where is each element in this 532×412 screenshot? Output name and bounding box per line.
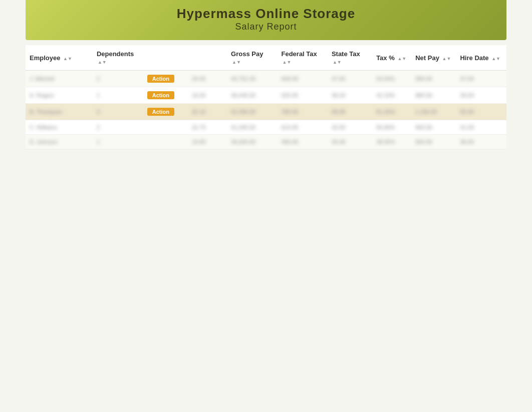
orange-tag[interactable]: Action [147,75,174,83]
cell-col3: Action [143,71,188,87]
cell-fedtax: 780.00 [277,104,327,120]
cell-hiredate: 36.00 [456,135,506,149]
cell-col4: 19.80 [188,135,227,149]
cell-hiredate: 39.00 [456,87,506,104]
cell-dependents: 1 [93,87,143,104]
report-subtitle: Salary Report [36,22,496,32]
cell-grosspay: 36,000.00 [227,135,277,149]
sort-icon-netpay: ▲▼ [442,56,451,61]
table-header-row: Employee ▲▼ Dependents ▲▼ Gross Pay ▲▼ F [26,45,506,71]
cell-employee: D. Johnson [26,135,93,149]
cell-employee: C. Williams [26,120,93,135]
cell-statetax: 58.90 [328,104,372,120]
cell-dependents: 2 [93,71,143,87]
table-row: B. Thompson3Action32.1052,300.00780.0058… [26,104,506,120]
cell-dependents: 1 [93,135,143,149]
cell-col4: 18.50 [188,87,227,104]
sort-icon-statetax: ▲▼ [333,60,342,65]
cell-netpay: 999.94 [411,71,456,87]
cell-col3 [143,135,188,149]
sort-icon-employee: ▲▼ [63,56,72,61]
cell-col4: 32.10 [188,104,227,120]
cell-col3 [143,120,188,135]
cell-taxpct: 50.00% [372,120,411,135]
orange-tag[interactable]: Action [147,91,174,99]
cell-netpay: 880.50 [411,87,456,104]
col-header-fedtax[interactable]: Federal Tax ▲▼ [277,45,327,71]
table-row: C. Williams222.7541,200.00610.0043.5050.… [26,120,506,135]
cell-col3: Action [143,87,188,104]
cell-hiredate: 41.00 [456,120,506,135]
cell-statetax: 35.00 [328,135,372,149]
sort-icon-fedtax: ▲▼ [282,60,291,65]
cell-taxpct: 61.20% [372,104,411,120]
sort-icon-grosspay: ▲▼ [232,60,241,65]
col-header-col4 [188,45,227,71]
col-header-taxpct[interactable]: Tax % ▲▼ [372,45,411,71]
cell-grosspay: 41,200.00 [227,120,277,135]
cell-dependents: 3 [93,104,143,120]
company-title: Hypermass Online Storage [36,6,496,22]
cell-netpay: 1,100.20 [411,104,456,120]
cell-col3: Action [143,104,188,120]
cell-employee: A. Rogers [26,87,93,104]
table-row: D. Johnson119.8036,000.00490.0035.0038.5… [26,135,506,149]
col-header-col3 [143,45,188,71]
cell-taxpct: 42.10% [372,87,411,104]
sort-icon-taxpct: ▲▼ [397,56,406,61]
cell-taxpct: 38.50% [372,135,411,149]
sort-icon-dependents: ▲▼ [98,60,107,65]
cell-statetax: 47.65 [328,71,372,87]
cell-col4: 29.45 [188,71,227,87]
cell-taxpct: 54.64% [372,71,411,87]
sort-icon-hiredate: ▲▼ [491,56,500,61]
cell-employee: B. Thompson [26,104,93,120]
cell-grosspay: 38,440.00 [227,87,277,104]
cell-dependents: 2 [93,120,143,135]
cell-grosspay: 40,752.30 [227,71,277,87]
col-header-dependents[interactable]: Dependents ▲▼ [93,45,143,71]
header-container: Hypermass Online Storage Salary Report [26,0,506,40]
cell-hiredate: 55.00 [456,104,506,120]
report-container: Employee ▲▼ Dependents ▲▼ Gross Pay ▲▼ F [26,40,506,154]
cell-netpay: 950.00 [411,120,456,135]
cell-employee: J. Mitchell [26,71,93,87]
cell-statetax: 38.20 [328,87,372,104]
col-header-netpay[interactable]: Net Pay ▲▼ [411,45,456,71]
table-row: J. Mitchell2Action29.4540,752.30648.0047… [26,71,506,87]
cell-netpay: 820.00 [411,135,456,149]
col-header-grosspay[interactable]: Gross Pay ▲▼ [227,45,277,71]
cell-fedtax: 648.00 [277,71,327,87]
cell-col4: 22.75 [188,120,227,135]
cell-fedtax: 520.00 [277,87,327,104]
table-row: A. Rogers1Action18.5038,440.00520.0038.2… [26,87,506,104]
col-header-hiredate[interactable]: Hire Date ▲▼ [456,45,506,71]
orange-tag[interactable]: Action [147,108,174,116]
cell-fedtax: 610.00 [277,120,327,135]
salary-table: Employee ▲▼ Dependents ▲▼ Gross Pay ▲▼ F [26,45,506,149]
table-wrapper: Employee ▲▼ Dependents ▲▼ Gross Pay ▲▼ F [26,45,506,149]
cell-statetax: 43.50 [328,120,372,135]
col-header-statetax[interactable]: State Tax ▲▼ [328,45,372,71]
cell-grosspay: 52,300.00 [227,104,277,120]
cell-fedtax: 490.00 [277,135,327,149]
col-header-employee[interactable]: Employee ▲▼ [26,45,93,71]
cell-hiredate: 47.00 [456,71,506,87]
